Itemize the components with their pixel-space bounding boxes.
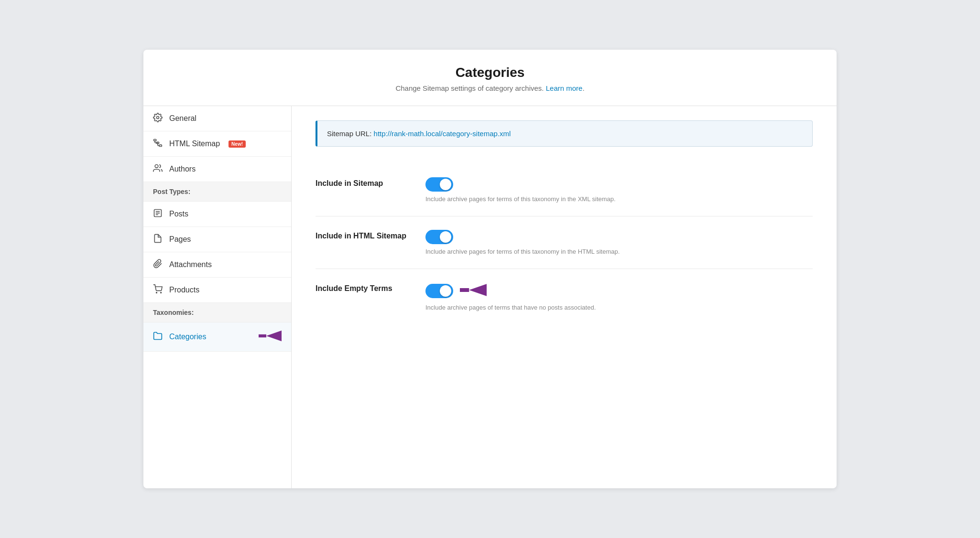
setting-row-include-sitemap: Include in Sitemap Include archive pages…: [316, 164, 813, 216]
sidebar-label-posts: Posts: [169, 210, 188, 218]
sidebar-item-authors[interactable]: Authors: [143, 157, 291, 182]
authors-icon: [153, 163, 163, 175]
sidebar: General HTML Sitemap New!: [143, 106, 292, 488]
toggle-include-html-sitemap[interactable]: [425, 230, 813, 244]
sidebar-label-pages: Pages: [169, 235, 191, 244]
content-area: Sitemap URL: http://rank-math.local/cate…: [292, 106, 837, 488]
toggle-wrapper-empty-terms: [425, 282, 487, 300]
sidebar-label-authors: Authors: [169, 165, 196, 173]
learn-more-link[interactable]: Learn more: [546, 84, 583, 92]
svg-marker-17: [469, 284, 487, 296]
post-types-header: Post Types:: [143, 182, 291, 202]
svg-rect-3: [159, 145, 162, 146]
sidebar-item-posts[interactable]: Posts: [143, 202, 291, 227]
setting-desc-include-html-sitemap: Include archive pages for terms of this …: [425, 248, 813, 255]
svg-rect-16: [259, 334, 266, 337]
setting-row-include-html-sitemap: Include in HTML Sitemap Include archive …: [316, 216, 813, 269]
categories-arrow-icon: [259, 329, 282, 344]
sidebar-label-attachments: Attachments: [169, 260, 212, 269]
svg-rect-1: [154, 140, 156, 141]
setting-label-include-empty-terms: Include Empty Terms: [316, 282, 411, 293]
sidebar-label-categories: Categories: [169, 333, 206, 341]
page-header: Categories Change Sitemap settings of ca…: [143, 50, 837, 106]
sidebar-item-attachments[interactable]: Attachments: [143, 252, 291, 278]
setting-right-include-html-sitemap: Include archive pages for terms of this …: [425, 230, 813, 255]
svg-point-13: [156, 292, 157, 293]
sidebar-label-general: General: [169, 114, 196, 123]
svg-point-8: [155, 165, 158, 168]
empty-terms-arrow-icon: [460, 282, 487, 300]
sitemap-url-link[interactable]: http://rank-math.local/category-sitemap.…: [374, 129, 511, 138]
svg-point-14: [161, 292, 162, 293]
taxonomies-header: Taxonomies:: [143, 303, 291, 323]
new-badge: New!: [229, 140, 246, 148]
sidebar-item-pages[interactable]: Pages: [143, 227, 291, 252]
attachments-icon: [153, 259, 163, 270]
setting-label-include-html-sitemap: Include in HTML Sitemap: [316, 230, 411, 240]
setting-right-include-sitemap: Include archive pages for terms of this …: [425, 177, 813, 203]
folder-icon: [153, 331, 163, 343]
body-layout: General HTML Sitemap New!: [143, 106, 837, 488]
toggle-include-empty-terms[interactable]: [425, 284, 453, 298]
sidebar-label-html-sitemap: HTML Sitemap: [169, 140, 220, 148]
sidebar-label-products: Products: [169, 286, 199, 294]
pages-icon: [153, 234, 163, 245]
gear-icon: [153, 113, 163, 124]
sidebar-item-general[interactable]: General: [143, 106, 291, 131]
posts-icon: [153, 208, 163, 220]
svg-point-0: [157, 117, 159, 119]
sidebar-item-html-sitemap[interactable]: HTML Sitemap New!: [143, 131, 291, 157]
sidebar-item-categories[interactable]: Categories: [143, 323, 291, 352]
products-icon: [153, 284, 163, 296]
svg-rect-18: [460, 288, 469, 292]
page-title: Categories: [153, 65, 827, 80]
sidebar-item-products[interactable]: Products: [143, 278, 291, 303]
header-description: Change Sitemap settings of category arch…: [153, 84, 827, 92]
setting-desc-include-sitemap: Include archive pages for terms of this …: [425, 195, 813, 203]
sitemap-icon: [153, 138, 163, 150]
sitemap-url-box: Sitemap URL: http://rank-math.local/cate…: [316, 120, 813, 147]
toggle-include-sitemap[interactable]: [425, 177, 813, 192]
setting-desc-include-empty-terms: Include archive pages of terms that have…: [425, 304, 813, 311]
main-container: Categories Change Sitemap settings of ca…: [143, 50, 837, 488]
svg-marker-15: [266, 331, 282, 341]
setting-row-include-empty-terms: Include Empty Terms: [316, 269, 813, 324]
sitemap-url-label: Sitemap URL:: [327, 129, 371, 138]
setting-right-include-empty-terms: Include archive pages of terms that have…: [425, 282, 813, 311]
setting-label-include-sitemap: Include in Sitemap: [316, 177, 411, 188]
